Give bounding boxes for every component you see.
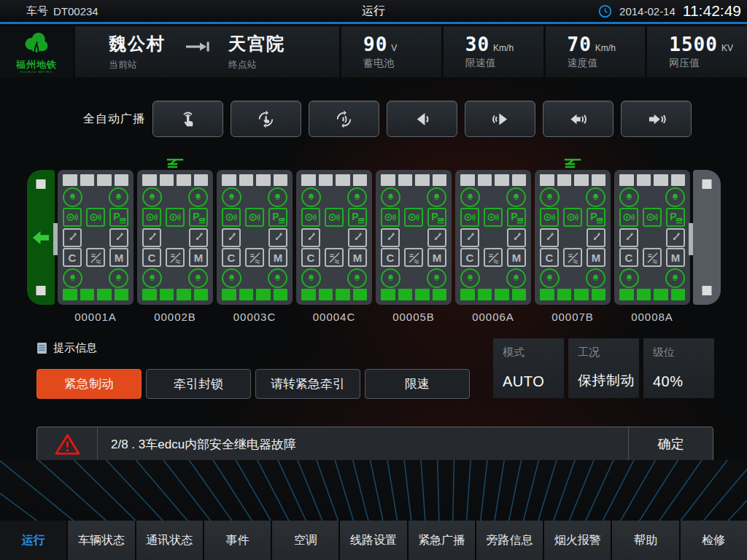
nav-tab-fire-alarm[interactable]: 烟火报警 <box>544 521 611 560</box>
nav-tab-run[interactable]: 运行 <box>0 521 66 560</box>
door-segment <box>274 289 288 300</box>
parking-brake-icon <box>666 208 685 227</box>
train-car[interactable]: C M 00006A <box>455 170 531 323</box>
motor-icon: M <box>587 248 605 267</box>
charger-icon: C <box>63 248 82 267</box>
fault-bar: 2/8 . 3车edcu内部安全继电器故障 确定 <box>36 427 713 462</box>
car-label: 00002B <box>137 311 213 323</box>
car-label: 00001A <box>58 311 133 323</box>
alarm-bell-icon <box>222 268 241 288</box>
alarm-bell-icon <box>347 187 367 207</box>
nav-tab-hvac[interactable]: 空调 <box>272 521 338 560</box>
prev-announcement-icon <box>568 109 588 129</box>
info-title-label: 提示信息 <box>53 341 97 355</box>
alarm-bell-icon <box>381 268 400 288</box>
train-car[interactable]: C M 00004C <box>296 170 372 323</box>
traction-blocked-button[interactable]: 牵引封锁 <box>146 369 251 399</box>
charger-icon: C <box>222 248 241 267</box>
train-car[interactable]: C M 00005B <box>376 170 452 323</box>
door-segment <box>256 289 271 300</box>
alarm-bell-icon <box>188 187 208 207</box>
emergency-traction-button[interactable]: 请转紧急牵引 <box>255 369 360 399</box>
clock-icon <box>598 4 612 18</box>
emergency-brake-button[interactable]: 紧急制动 <box>36 369 142 399</box>
nav-tab-events[interactable]: 事件 <box>204 521 271 560</box>
door-segment <box>557 289 572 300</box>
prev-announcement-button[interactable] <box>543 101 614 137</box>
alarm-bell-icon <box>301 187 321 207</box>
car-body: C M <box>58 170 133 305</box>
horn-icon <box>404 208 423 227</box>
door-segment <box>671 289 686 300</box>
nav-tab-maintenance[interactable]: 检修 <box>681 521 747 560</box>
nav-tab-comm-status[interactable]: 通讯状态 <box>136 521 203 560</box>
door-segment <box>177 289 191 300</box>
confirm-button[interactable]: 确定 <box>629 435 713 453</box>
car-label: 00003C <box>217 311 293 323</box>
level-label: 级位 <box>653 346 711 359</box>
door-status-bottom <box>222 289 287 300</box>
play-chime-icon <box>490 109 510 129</box>
auto-cycle-broadcast-button[interactable] <box>231 101 301 137</box>
nav-tab-bypass-info[interactable]: 旁路信息 <box>476 521 543 560</box>
alarm-bell-icon <box>268 268 287 288</box>
volume-button[interactable] <box>387 101 457 137</box>
pantograph-icon <box>563 158 582 169</box>
horn-icon <box>245 208 264 227</box>
condition-label: 工况 <box>578 346 636 359</box>
line-voltage-label: 网压值 <box>669 57 747 70</box>
door-segment <box>80 289 95 300</box>
volume-icon <box>412 109 432 129</box>
alarm-bell-icon <box>460 268 480 288</box>
train-car[interactable]: C M 00007B <box>535 170 611 323</box>
disconnect-switch-icon <box>222 228 241 247</box>
disconnect-switch-icon <box>301 228 320 247</box>
train-car[interactable]: C M 00003C <box>217 170 293 323</box>
parking-brake-icon <box>348 208 367 227</box>
cab-light-indicator <box>36 286 46 295</box>
alarm-bell-icon <box>427 268 446 288</box>
door-segment <box>142 289 157 300</box>
alarm-bell-icon <box>142 187 162 207</box>
level-value: 40% <box>653 373 711 390</box>
nav-tab-help[interactable]: 帮助 <box>612 521 678 560</box>
door-segment <box>97 289 112 300</box>
play-chime-button[interactable] <box>465 101 535 137</box>
speed-unit: Km/h <box>595 43 616 53</box>
horn-icon <box>142 208 161 227</box>
parking-brake-icon <box>109 208 128 227</box>
train-car[interactable]: C M 00001A <box>58 170 133 323</box>
disconnect-switch-icon <box>189 228 208 247</box>
nav-tab-line-settings[interactable]: 线路设置 <box>340 521 406 560</box>
next-announcement-button[interactable] <box>621 101 692 137</box>
tap-broadcast-button[interactable] <box>152 101 223 137</box>
door-segment <box>619 174 634 186</box>
horn-icon <box>63 208 82 227</box>
pantograph-icon <box>166 158 185 169</box>
car-body: C M <box>455 170 531 305</box>
car-body: C M <box>535 170 611 305</box>
disconnect-switch-icon <box>348 228 367 247</box>
door-segment <box>256 174 271 186</box>
alarm-bell-icon <box>665 268 685 288</box>
nav-tab-emergency-broadcast[interactable]: 紧急广播 <box>409 521 475 560</box>
door-segment <box>398 289 413 300</box>
car-body: C M <box>137 170 213 305</box>
nav-tab-vehicle-status[interactable]: 车辆状态 <box>68 521 134 560</box>
train-car[interactable]: C M 00002B <box>137 170 213 323</box>
cycle-chime-button[interactable] <box>309 101 379 137</box>
terminal-station-name: 天宫院 <box>228 32 285 55</box>
train-car[interactable]: C M 00008A <box>614 170 690 323</box>
door-status-bottom <box>301 289 367 300</box>
door-segment <box>160 289 174 300</box>
alarm-bell-icon <box>665 187 685 207</box>
door-segment <box>160 174 174 186</box>
battery-voltage-unit: V <box>391 43 397 53</box>
car-label: 00007B <box>535 311 611 323</box>
door-segment <box>239 289 254 300</box>
disconnect-switch-icon <box>619 228 638 247</box>
route-arrow-icon <box>185 39 209 54</box>
line-voltage-value: 1500 <box>669 34 718 55</box>
speed-limit-button[interactable]: 限速 <box>365 369 470 399</box>
door-segment <box>336 289 350 300</box>
